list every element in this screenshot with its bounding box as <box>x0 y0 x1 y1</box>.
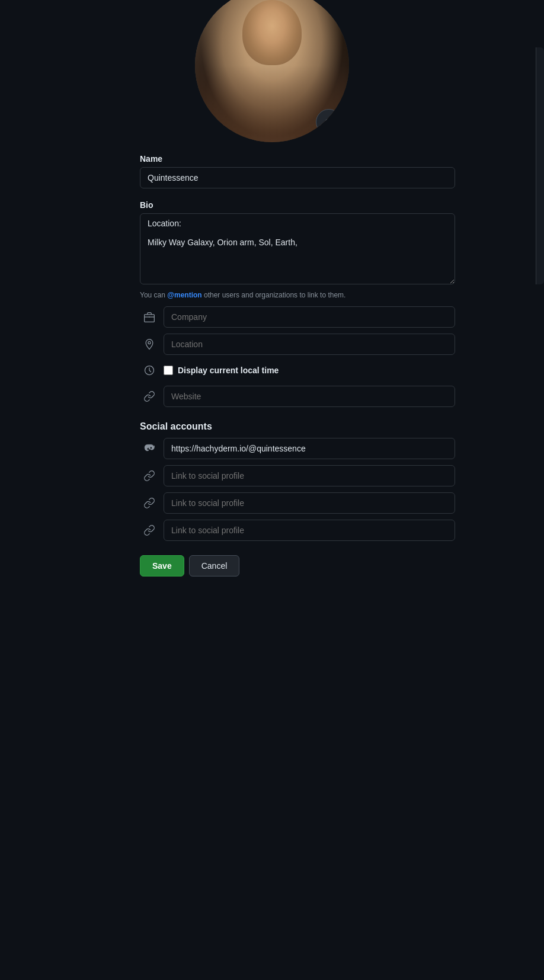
display-time-checkbox[interactable] <box>164 366 173 375</box>
social-accounts-title: Social accounts <box>140 421 455 432</box>
mastodon-icon <box>140 439 159 458</box>
svg-point-2 <box>148 341 151 344</box>
name-input[interactable] <box>140 167 455 188</box>
social-link-1-input[interactable] <box>164 465 455 486</box>
bio-hint-prefix: You can <box>140 291 167 299</box>
mastodon-row <box>140 438 455 459</box>
avatar-section: ☺ <box>0 0 544 142</box>
social-link-2-input[interactable] <box>164 492 455 514</box>
avatar-wrapper: ☺ <box>195 0 349 142</box>
page-container: ☺ Name Bio Location: Milky Way Galaxy, O… <box>0 0 544 980</box>
location-icon <box>140 335 159 354</box>
cancel-button[interactable]: Cancel <box>189 555 240 577</box>
button-row: Save Cancel <box>140 555 455 577</box>
local-time-row: Display current local time <box>140 361 455 380</box>
display-time-label[interactable]: Display current local time <box>178 366 279 375</box>
location-row <box>140 334 455 355</box>
clock-icon <box>140 361 159 380</box>
company-icon <box>140 308 159 326</box>
social-link-2-icon <box>140 494 159 513</box>
save-button[interactable]: Save <box>140 555 184 577</box>
company-row <box>140 306 455 328</box>
company-input[interactable] <box>164 306 455 328</box>
social-link-1-row <box>140 465 455 486</box>
mastodon-input[interactable] <box>164 438 455 459</box>
bio-hint-mention: @mention <box>167 291 201 299</box>
avatar-emoji-button[interactable]: ☺ <box>316 109 342 135</box>
bio-textarea[interactable]: Location: Milky Way Galaxy, Orion arm, S… <box>140 213 455 284</box>
social-link-2-row <box>140 492 455 514</box>
website-row <box>140 386 455 407</box>
svg-rect-0 <box>145 315 155 322</box>
website-input[interactable] <box>164 386 455 407</box>
bio-label: Bio <box>140 200 455 210</box>
social-link-3-row <box>140 520 455 541</box>
bio-hint: You can @mention other users and organiz… <box>140 290 455 300</box>
bio-hint-suffix: other users and organizations to link to… <box>202 291 346 299</box>
name-label: Name <box>140 154 455 164</box>
form-section: Name Bio Location: Milky Way Galaxy, Ori… <box>0 142 544 577</box>
location-input[interactable] <box>164 334 455 355</box>
social-link-3-input[interactable] <box>164 520 455 541</box>
form-inner: Name Bio Location: Milky Way Galaxy, Ori… <box>140 154 455 577</box>
link-icon <box>140 387 159 406</box>
social-link-3-icon <box>140 521 159 540</box>
social-link-1-icon <box>140 466 159 485</box>
